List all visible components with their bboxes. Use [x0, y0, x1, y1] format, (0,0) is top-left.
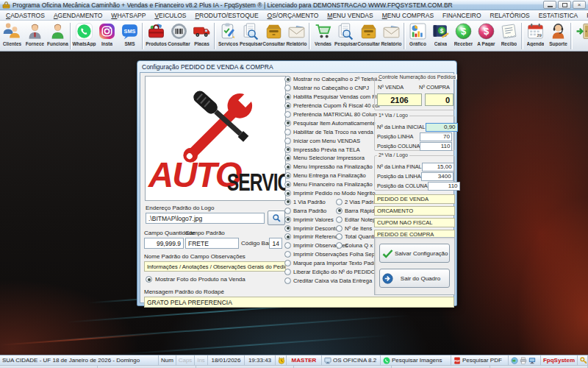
radio-button[interactable] — [284, 233, 291, 240]
option-imprimir-observacoes-folha-separada[interactable]: Imprimir Observações Folha Separada — [284, 250, 373, 259]
setting-value-field[interactable]: 15,00 — [422, 163, 454, 171]
radio-button[interactable] — [284, 199, 291, 205]
radio-button[interactable] — [284, 251, 291, 258]
option-imprimir-pedido-no-modo-negrito[interactable]: Imprimir Pedido no Modo Negrito — [284, 189, 373, 198]
menu-item-menu-compras[interactable]: MENU COMPRAS — [378, 12, 438, 19]
radio-button[interactable] — [284, 76, 291, 82]
option-imprimir-valores[interactable]: Imprimir ValoresEditar Notepad — [284, 215, 373, 224]
option-habilitar-de-tela-troco-na-venda[interactable]: Habilitar de Tela Troco na venda — [284, 127, 373, 136]
menu-item-whatsapp[interactable]: WHATSAPP — [107, 12, 150, 19]
setting-value-field[interactable]: 0,90 — [426, 123, 458, 132]
toolbar-button-relatorio[interactable]: Relatório — [285, 21, 308, 51]
logo-path-field[interactable]: .\BITMAP\logo7.jpg — [146, 213, 265, 224]
radio-button[interactable] — [284, 225, 291, 232]
option-preferencia-matricial-80-colunas[interactable]: Preferência MATRICIAL 80 Colunas — [284, 110, 373, 119]
radio-button[interactable] — [284, 260, 291, 266]
radio-button[interactable] — [284, 269, 291, 275]
option-impressao-previa-na-tela[interactable]: Impressão Prévia na TELA — [284, 145, 373, 154]
option-marque-para-importar-texto-padrao[interactable]: Marque para Importar Texto Padrão — [284, 259, 373, 268]
option-pesquisar-item-automaticamente[interactable]: Pesquisar Item Automaticamente — [284, 118, 373, 127]
toolbar-button-whatsapp[interactable]: WhatsApp — [73, 21, 96, 51]
menu-item-produto-estoque[interactable]: PRODUTO/ESTOQUE — [190, 12, 262, 19]
toolbar-button-insta[interactable]: Insta — [96, 21, 118, 51]
radio-button[interactable] — [336, 233, 343, 240]
option-menu-entrega-na-finalizacao[interactable]: Menu Entrega na Finalização — [284, 171, 373, 180]
dialog-titlebar[interactable]: Configuração PEDIDO DE VENDA & COMPRA — [137, 61, 456, 72]
toolbar-button-pesquisar[interactable]: Pesquisar — [240, 21, 262, 51]
option-barra-padrao[interactable]: Barra PadrãoBarra Rápido — [284, 206, 373, 215]
show-product-photo-option[interactable]: Mostrar Foto do Produto na Venda — [146, 276, 245, 283]
toolbar-button-consultar[interactable]: Consultar — [168, 21, 190, 51]
option-barra-rapido[interactable]: Barra Rápido — [336, 206, 378, 215]
option-menu-impressao-na-finalizacao[interactable]: Menu Impressão na Finalização — [284, 163, 373, 171]
radio-button[interactable] — [146, 276, 152, 283]
num-compra-field[interactable]: 0 — [425, 93, 453, 106]
radio-button[interactable] — [284, 146, 291, 153]
toolbar-button-produtos[interactable]: Produtos — [145, 21, 168, 51]
radio-button[interactable] — [336, 242, 343, 249]
option-mostrar-no-cabecalho-o-2-telefone[interactable]: Mostrar no Cabeçalho o 2º Telefone — [284, 75, 373, 84]
radio-button[interactable] — [336, 208, 343, 214]
radio-button[interactable] — [284, 277, 291, 284]
toolbar-button-pesquisar[interactable]: Pesquisar — [334, 21, 357, 51]
toolbar-button-caixa[interactable]: $Caixa — [429, 21, 452, 51]
campo-padrao-field[interactable]: FRETE — [185, 238, 239, 249]
toolbar-button-fornece[interactable]: Fornece — [24, 21, 46, 51]
radio-button[interactable] — [336, 225, 343, 232]
menu-item-veiculos[interactable]: VEICULOS — [150, 12, 190, 19]
close-button[interactable]: × — [573, 1, 586, 9]
save-config-button[interactable]: Salvar Configuração — [379, 244, 450, 263]
toolbar-button-funciona[interactable]: Funciona — [46, 21, 69, 51]
option-creditar-caixa-via-data-entrega[interactable]: Creditar Caixa via Data Entrega — [284, 276, 373, 285]
option-mostrar-no-cabecalho-o-cnpj[interactable]: Mostrar no Cabeçalho o CNPJ — [284, 84, 373, 93]
menu-item-menu-vendas[interactable]: MENU VENDAS — [323, 12, 377, 19]
radio-button[interactable] — [284, 111, 291, 118]
toolbar-button-recibo[interactable]: Recibo — [498, 21, 520, 51]
toolbar-button-relatorio[interactable]: Relatório — [380, 21, 403, 51]
exit-dialog-button[interactable]: Sair do Quadro — [379, 269, 450, 288]
menu-item-relatorios[interactable]: RELATÓRIOS — [486, 12, 534, 19]
browse-logo-button[interactable] — [268, 210, 285, 225]
radio-button[interactable] — [284, 102, 291, 109]
codigo-barras-field[interactable]: 14 — [269, 238, 282, 249]
option-habilita-pesquisar-vendas-com-filtro[interactable]: Habilita Pesquisar Vendas com Filtro — [284, 93, 373, 102]
option-total-quantia[interactable]: Total Quantia — [336, 233, 378, 241]
toolbar-button-clientes[interactable]: Clientes — [1, 21, 24, 51]
minimize-button[interactable] — [543, 1, 556, 9]
toolbar-button-receber[interactable]: $Receber — [452, 21, 475, 51]
option-1-via-padrao[interactable]: 1 Via Padrão2 Vias Padrão — [284, 197, 373, 206]
option-imprimir-observacoes[interactable]: Imprimir ObservaçõesColuna Q x V — [284, 241, 373, 250]
option-iniciar-com-menu-vendas[interactable]: Iniciar com Menu VENDAS — [284, 136, 373, 145]
radio-button[interactable] — [284, 155, 291, 161]
radio-button[interactable] — [284, 216, 291, 223]
doc-name-field-cupom-nao-fiscal[interactable]: CUPOM NAO FISCAL — [374, 218, 455, 227]
radio-button[interactable] — [284, 93, 291, 100]
option-2-vias-padrao[interactable]: 2 Vias Padrão — [336, 197, 380, 206]
option-imprimir-descontos[interactable]: Imprimir DescontosNº de Itens — [284, 224, 373, 233]
radio-button[interactable] — [284, 120, 291, 127]
radio-button[interactable] — [284, 138, 291, 144]
menu-item-cadastros[interactable]: CADASTROS — [1, 12, 49, 19]
radio-button[interactable] — [284, 129, 291, 135]
rodape-field[interactable]: GRATO PELA PREFERENCIA — [144, 297, 454, 308]
radio-button[interactable] — [284, 172, 291, 179]
menu-item-agendamento[interactable]: AGENDAMENTO — [49, 12, 107, 19]
restore-button[interactable] — [558, 1, 571, 9]
radio-button[interactable] — [284, 190, 291, 197]
num-venda-field[interactable]: 2106 — [377, 93, 422, 106]
menu-item-ferramentas[interactable]: FERRAMENTAS — [582, 12, 588, 19]
setting-value-field[interactable]: 110 — [420, 142, 452, 151]
toolbar-button-grafico[interactable]: Gráfico — [406, 21, 429, 51]
menu-item-financeiro[interactable]: FINANCEIRO — [438, 12, 485, 19]
radio-button[interactable] — [336, 199, 343, 205]
option-imprimir-referencia[interactable]: Imprimir ReferenciaTotal Quantia — [284, 233, 373, 241]
radio-button[interactable] — [284, 242, 291, 249]
campo-quantidade-field[interactable]: 99,999.9 — [144, 238, 184, 249]
radio-button[interactable] — [284, 208, 291, 214]
option-menu-financeiro-na-finalizacao[interactable]: Menu Financeiro na Finalização — [284, 180, 373, 189]
toolbar-button-placas[interactable]: Placas — [190, 21, 213, 51]
menu-item-os-orcamento[interactable]: OS/ORÇAMENTO — [263, 12, 323, 19]
setting-value-field[interactable]: 3400 — [421, 172, 453, 181]
toolbar-button-agenda[interactable]: 29Agenda — [524, 21, 547, 51]
option-coluna-q-x-v[interactable]: Coluna Q x V — [336, 241, 378, 250]
